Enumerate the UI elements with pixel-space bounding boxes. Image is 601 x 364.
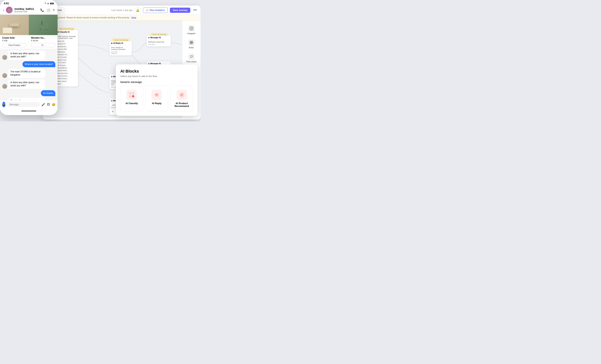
emoji-icon[interactable]: 😊 (52, 103, 56, 106)
avatar (2, 73, 7, 78)
phone-time: 4:01 (4, 2, 9, 5)
ai-classify-card[interactable]: AI Classify (120, 86, 143, 111)
ai-reply-name: AI Reply (152, 102, 161, 105)
svg-rect-16 (132, 92, 134, 95)
phone-status-icons: ⠿ ▲ ▮▮▮ (45, 2, 54, 5)
ai-blocks-title: AI Blocks (120, 69, 193, 74)
contact-sub: Business chat (14, 10, 39, 13)
svg-point-9 (190, 28, 192, 29)
ai-product-recommend-card[interactable]: AI Product Recommend (170, 86, 193, 111)
view-product-btn-wooden[interactable]: Vi... (31, 43, 55, 47)
product-card-sofa: Cream Sofa ₹ 500 View Product (0, 35, 29, 49)
ai-reply-icon-wrap (151, 90, 162, 100)
view-analytics-label: View Analytics (150, 9, 165, 11)
product-card-wooden: Wooden Ou... ₹ 99.99 Vi... (29, 35, 58, 49)
svg-rect-14 (191, 43, 193, 44)
ai-reply-card[interactable]: AI Reply (145, 86, 168, 111)
avatar (2, 55, 7, 60)
ai-classify-icon-wrap (126, 90, 137, 100)
ai-reply-node[interactable]: ⚠ Block Has Warnings AI Reply #1 Get AI … (110, 41, 132, 56)
input-icons: 🎤 🖼 😊 (41, 103, 56, 106)
product-price-wooden: ₹ 99.99 (31, 39, 55, 42)
camera-button[interactable]: 📷 (2, 102, 5, 107)
save-journey-label: Save Journey (173, 9, 187, 11)
svg-rect-11 (190, 41, 191, 42)
svg-rect-15 (129, 92, 131, 95)
signal-icon: ⠿ (45, 2, 46, 5)
view-analytics-button[interactable]: 📈 View Analytics (143, 7, 168, 13)
phone-chat-area: Cream Sofa ₹ 500 View Product Wooden Ou.… (0, 15, 58, 100)
instagram-icon (188, 25, 195, 32)
flow-control-icon (188, 53, 195, 60)
message-bubble: Is there any other query i can assist yo… (8, 50, 45, 60)
back-icon[interactable]: ‹ (3, 8, 4, 12)
action-label: Action (189, 47, 194, 49)
ai-blocks-section-label: Generic message (120, 80, 193, 84)
contact-name: monkey_bath11 (14, 7, 39, 10)
product-images (0, 15, 58, 35)
message3-node-header: Message #3 (147, 35, 171, 40)
svg-point-10 (192, 27, 192, 28)
ai-reply-node-header: AI Reply #1 (110, 41, 132, 46)
ai-product-recommend-icon-wrap (177, 90, 187, 100)
no-thanks-bubble: No thanks (41, 90, 55, 96)
phone-call-icon[interactable]: 📞 (40, 8, 44, 12)
sidebar-block-action[interactable]: Action (184, 38, 199, 50)
phone-chat-header: ‹ 🐒 monkey_bath11 Business chat 📞 ⬜ ≡ (0, 6, 58, 15)
message-input[interactable] (7, 102, 40, 107)
chat-messages: Is there any other query i can assist yo… (0, 49, 58, 100)
flow-control-label: Flow control (186, 61, 196, 63)
message-bubble: The main STORE is located at bangalore (8, 69, 45, 78)
message-row: No thanks (2, 90, 55, 96)
warning-view-link[interactable]: View (131, 16, 136, 19)
svg-rect-17 (129, 95, 131, 98)
node-warning-ai-reply: ⚠ Block Has Warnings (112, 39, 130, 41)
more-options-button[interactable]: ••• (192, 8, 198, 12)
sidebar-block-flow-control[interactable]: Flow control (184, 52, 199, 64)
svg-rect-13 (190, 43, 191, 44)
product-price-sofa: ₹ 500 (2, 39, 26, 42)
battery-icon: ▮▮▮ (50, 2, 54, 5)
ai-classify-name: AI Classify (126, 102, 138, 105)
svg-rect-8 (190, 27, 193, 30)
flow-toolbar: ⚙ Test Mode Last saved 1 day ago 🔔 📈 Vie… (43, 6, 200, 15)
sidebar-block-instagram[interactable]: Instagram (184, 24, 199, 36)
product-image-wooden (29, 15, 58, 35)
product-name-sofa: Cream Sofa (2, 37, 26, 39)
classify-node-title: AI Classify #1 (58, 31, 70, 33)
svg-rect-5 (40, 29, 41, 30)
ai-reply-node-body: Get AI Reply for Customer Question Next … (110, 46, 132, 56)
home-indicator (21, 111, 36, 111)
notification-icon-btn[interactable]: 🔔 (135, 7, 141, 13)
view-product-btn-sofa[interactable]: View Product (2, 43, 26, 47)
message-bubble: Thanks, Hope your query was resolved !! (8, 98, 45, 100)
mic-icon[interactable]: 🎤 (41, 103, 45, 106)
analytics-icon: 📈 (146, 9, 149, 11)
message-row: Is there any other query i can assist yo… (2, 50, 55, 60)
phone-input-bar: 📷 🎤 🖼 😊 (0, 100, 58, 109)
svg-rect-4 (39, 23, 48, 29)
svg-rect-6 (45, 29, 47, 30)
warning-text: 2 warning found. Please fix these issues… (49, 16, 130, 19)
menu-icon[interactable]: ≡ (53, 8, 55, 12)
zoom-in-button[interactable]: + (110, 109, 115, 114)
warning-bar: ⚠ 2 warning found. Please fix these issu… (43, 15, 200, 21)
ai-blocks-subtitle: Select any block to add to the flow. (120, 75, 193, 78)
message3-node-body: {{aiReply1.response}} Next Step → (147, 40, 171, 46)
product-name-wooden: Wooden Ou... (31, 37, 55, 39)
gallery-icon[interactable]: 🖼 (47, 103, 50, 106)
ai-blocks-panel: AI Blocks Select any block to add to the… (116, 64, 198, 116)
contact-info: monkey_bath11 Business chat (14, 7, 39, 13)
phone-mockup: 4:01 ⠿ ▲ ▮▮▮ ‹ 🐒 monkey_bath11 Business … (0, 0, 58, 115)
phone-status-bar: 4:01 ⠿ ▲ ▮▮▮ (0, 0, 58, 6)
ai-reply-node-title: AI Reply #1 (113, 42, 123, 44)
wifi-icon: ▲ (47, 2, 49, 5)
video-call-icon[interactable]: ⬜ (47, 8, 50, 12)
instagram-label: Instagram (187, 32, 195, 35)
avatar (2, 84, 7, 89)
product-cards: Cream Sofa ₹ 500 View Product Wooden Ou.… (0, 35, 58, 49)
avatar: 🐒 (6, 7, 13, 13)
message3-node[interactable]: ⚠ Block Has Warnings Message #3 {{aiRepl… (147, 35, 171, 46)
action-icon (188, 39, 195, 46)
save-journey-button[interactable]: Save Journey (170, 8, 190, 13)
